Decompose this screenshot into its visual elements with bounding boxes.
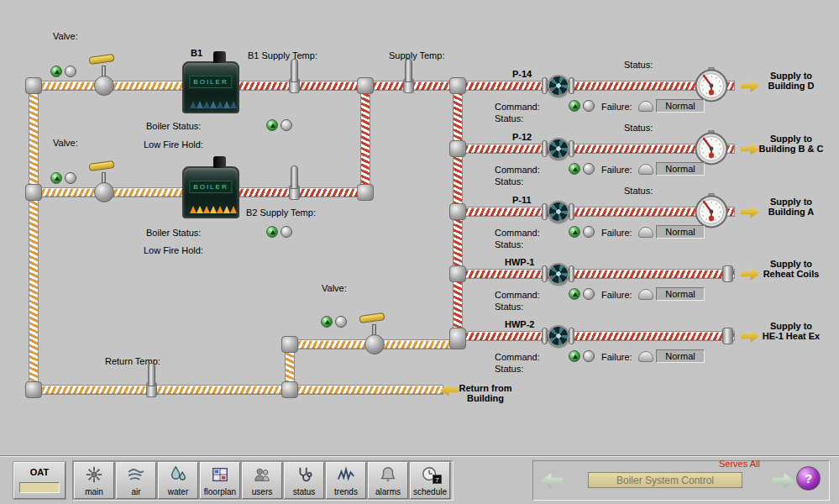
oat-button[interactable]: OAT xyxy=(13,462,66,499)
dest-line: Building D xyxy=(751,81,831,91)
green-led[interactable] xyxy=(50,66,62,77)
pipe-joint xyxy=(281,381,298,398)
status-label: Status: xyxy=(624,123,653,134)
pump-flange xyxy=(542,140,548,157)
pipe-b2-supply xyxy=(238,187,370,197)
toolbar-label: main xyxy=(85,487,103,496)
command-label: Command: xyxy=(495,165,540,176)
failure-value: Normal xyxy=(656,162,705,176)
pipe-mid-riser xyxy=(360,81,370,197)
failure-status: Normal xyxy=(638,287,705,301)
water-icon xyxy=(169,465,187,486)
boiler-system-graphic: Valve: Valve: Valve: B1 BOILER B1 Supply… xyxy=(0,0,839,504)
page-title-box[interactable]: Boiler System Control xyxy=(588,472,742,488)
toolbar-button-users[interactable]: users xyxy=(242,462,282,499)
valve-control-return[interactable] xyxy=(359,312,390,354)
gray-led[interactable] xyxy=(583,100,595,112)
temp-gauge xyxy=(694,130,729,165)
failure-label: Failure: xyxy=(601,352,632,363)
valve-handle-icon xyxy=(89,54,115,65)
gray-led[interactable] xyxy=(583,163,595,175)
dest-line: Building A xyxy=(751,207,831,217)
dest-line: Supply to xyxy=(751,259,831,269)
pump-command-leds[interactable] xyxy=(569,100,595,112)
toolbar-button-main[interactable]: main xyxy=(74,462,114,499)
green-led[interactable] xyxy=(569,100,580,112)
pump-icon-p12[interactable] xyxy=(548,138,569,160)
gray-led[interactable] xyxy=(335,316,347,328)
b1-supply-temp-sensor xyxy=(291,59,298,82)
green-led[interactable] xyxy=(321,316,333,328)
pump-flange xyxy=(542,203,548,220)
status-label: Status: xyxy=(495,176,523,187)
pump-icon-p11[interactable] xyxy=(548,201,569,223)
status-icon xyxy=(295,465,313,486)
boiler-flames-icon xyxy=(190,100,232,108)
pipe-return-main xyxy=(29,385,443,395)
pump-icon-hwp2[interactable] xyxy=(548,325,569,347)
green-led[interactable] xyxy=(266,119,278,131)
valve-command-leds[interactable] xyxy=(50,172,76,184)
green-led[interactable] xyxy=(569,288,580,300)
pump-icon-hwp1[interactable] xyxy=(548,263,569,285)
alarm-bell-icon xyxy=(638,289,653,300)
temp-gauge xyxy=(694,67,729,102)
green-led[interactable] xyxy=(50,172,62,184)
valve-label: Valve: xyxy=(322,283,347,294)
supply-destination: Supply to Building A xyxy=(751,197,831,217)
pump-flange xyxy=(542,265,548,282)
pump-flange xyxy=(542,77,548,94)
toolbar-button-alarms[interactable]: alarms xyxy=(368,462,408,499)
alarm-bell-icon xyxy=(638,227,653,238)
boiler-status-leds[interactable] xyxy=(266,119,292,131)
boiler-b2[interactable]: BOILER xyxy=(182,166,239,218)
gray-led[interactable] xyxy=(281,119,292,131)
green-led[interactable] xyxy=(569,350,580,362)
green-led[interactable] xyxy=(266,226,278,238)
valve-control-b2[interactable] xyxy=(89,160,119,202)
toolbar-button-air[interactable]: air xyxy=(116,462,156,499)
pump-icon-p14[interactable] xyxy=(548,75,569,97)
gray-led[interactable] xyxy=(65,66,76,77)
pump-name: HWP-2 xyxy=(505,319,534,330)
toolbar-button-trends[interactable]: trends xyxy=(326,462,366,499)
boiler-faceplate: BOILER xyxy=(189,181,232,193)
status-label: Status: xyxy=(495,364,523,375)
pump-command-leds[interactable] xyxy=(569,163,595,175)
toolbar-button-water[interactable]: water xyxy=(158,462,198,499)
failure-label: Failure: xyxy=(601,102,632,113)
dest-line: Reheat Coils xyxy=(751,269,831,279)
pump-flange xyxy=(569,328,574,344)
failure-label: Failure: xyxy=(601,165,632,176)
pipe-branch-hwp1 xyxy=(463,269,735,279)
pump-flange xyxy=(569,140,574,157)
pipe-joint xyxy=(357,77,374,94)
toolbar-button-status[interactable]: status xyxy=(284,462,324,499)
green-led[interactable] xyxy=(569,226,580,238)
pipe-joint xyxy=(449,77,466,94)
toolbar-button-floorplan[interactable]: floorplan xyxy=(200,462,240,499)
supply-temp-sensor xyxy=(405,59,412,82)
failure-value: Normal xyxy=(656,225,705,239)
pump-command-leds[interactable] xyxy=(569,288,595,300)
help-button[interactable]: ? xyxy=(796,466,821,491)
toolbar-label: schedule xyxy=(413,487,447,496)
pump-command-leds[interactable] xyxy=(569,226,595,238)
valve-control-b1[interactable] xyxy=(89,54,119,96)
gray-led[interactable] xyxy=(281,226,292,238)
valve-command-leds[interactable] xyxy=(321,316,347,328)
b2-supply-temp-sensor xyxy=(291,165,298,189)
valve-command-leds[interactable] xyxy=(50,66,76,77)
pipe-flange xyxy=(722,265,733,282)
toolbar-button-schedule[interactable]: 7 schedule xyxy=(410,462,450,499)
pump-command-leds[interactable] xyxy=(569,350,595,362)
toolbar-label: alarms xyxy=(375,487,401,496)
oat-value-box xyxy=(19,482,60,493)
boiler-status-leds[interactable] xyxy=(266,226,292,238)
gray-led[interactable] xyxy=(583,226,595,238)
boiler-b1[interactable]: BOILER xyxy=(182,61,239,113)
gray-led[interactable] xyxy=(65,172,76,184)
gray-led[interactable] xyxy=(583,288,595,300)
gray-led[interactable] xyxy=(583,350,595,362)
green-led[interactable] xyxy=(569,163,580,175)
